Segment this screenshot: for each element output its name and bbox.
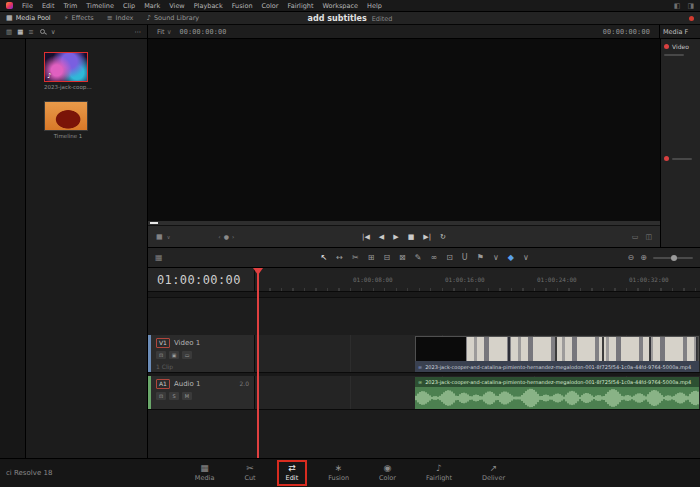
audio-track-name[interactable]: Audio 1 <box>174 380 201 388</box>
go-to-start-button[interactable]: |◀ <box>362 233 370 241</box>
menu-item[interactable]: Workspace <box>323 2 359 10</box>
timeline-audio-clip[interactable]: ∞ 2023-jack-cooper-and-catalina-pimiento… <box>415 377 699 409</box>
sort-dropdown-caret[interactable]: ∨ <box>51 28 56 36</box>
menu-item[interactable]: Timeline <box>86 2 114 10</box>
layout-right-icon[interactable]: ◨ <box>687 2 694 10</box>
media-clip-card[interactable]: ♪ 2023-jack-cooper-... <box>44 52 94 90</box>
zoom-fit-dropdown[interactable]: Fit ∨ <box>157 28 171 36</box>
video-track-name[interactable]: Video 1 <box>174 339 200 347</box>
menu-item[interactable]: View <box>169 2 184 10</box>
status-indicator-icon[interactable] <box>689 16 694 21</box>
video-track-destination-badge[interactable]: V1 <box>156 338 170 348</box>
effects-button[interactable]: ⚡ Effects <box>64 14 94 22</box>
auto-select-icon[interactable]: ▣ <box>169 351 179 359</box>
jog-back-button[interactable]: ‹ <box>218 233 220 240</box>
selection-mode-tool[interactable]: ↖ <box>321 253 328 262</box>
media-clip-thumbnail[interactable]: ♪ <box>44 52 88 82</box>
panel-toggle-bar: ▦ Media Pool ⚡ Effects ≡ Index ♪ Sound L… <box>0 12 700 25</box>
curve-editor-button[interactable]: ✎ <box>415 253 422 262</box>
lock-icon[interactable]: ⊡ <box>156 351 166 359</box>
timeline-thumbnail[interactable] <box>44 101 88 131</box>
page-color-button[interactable]: ◉Color <box>372 462 403 484</box>
panel-slider[interactable] <box>672 158 692 160</box>
video-track-lane[interactable]: ∞ 2023-jack-cooper-and-catalina-pimiento… <box>255 335 700 373</box>
menu-item[interactable]: Trim <box>63 2 77 10</box>
timeline-timecode[interactable]: 01:00:00:00 <box>148 268 255 292</box>
menu-item[interactable]: Edit <box>42 2 55 10</box>
linked-selection-button[interactable]: ∞ <box>430 253 437 262</box>
flag-button[interactable]: ⚑ <box>477 253 484 262</box>
timeline-video-clip[interactable]: ∞ 2023-jack-cooper-and-catalina-pimiento… <box>415 336 699 372</box>
page-fairlight-button[interactable]: ♪Fairlight <box>419 462 459 484</box>
snapping-button[interactable]: U <box>462 253 468 262</box>
zoom-in-button[interactable]: ⊕ <box>640 253 647 262</box>
record-enable-icon[interactable] <box>664 156 669 161</box>
replace-clip-button[interactable]: ⊠ <box>399 253 406 262</box>
page-label: Cut <box>244 474 255 482</box>
timeline-select-icon[interactable]: ▦ <box>155 253 163 262</box>
menu-item[interactable]: Fairlight <box>288 2 314 10</box>
sound-library-button[interactable]: ♪ Sound Library <box>146 14 199 22</box>
marker-button[interactable]: ◆ <box>508 253 514 262</box>
layout-left-icon[interactable]: ◧ <box>674 2 681 10</box>
menu-item[interactable]: Playback <box>194 2 223 10</box>
timeline-ruler[interactable]: 01:00:08:0001:00:16:0001:00:24:0001:00:3… <box>255 268 700 292</box>
cinema-viewer-icon[interactable]: ▭ <box>632 233 639 241</box>
zoom-out-button[interactable]: ⊖ <box>628 253 635 262</box>
lock-icon[interactable]: ⊡ <box>156 392 166 400</box>
menu-item[interactable]: File <box>22 2 33 10</box>
viewer-option-icons: ▭◫ <box>632 233 652 241</box>
razor-tool[interactable]: ✂ <box>352 253 359 262</box>
video-track-header[interactable]: V1 Video 1 ⊡▣▭ 1 Clip <box>148 335 255 373</box>
insert-clip-button[interactable]: ⊞ <box>368 253 375 262</box>
source-timeline-dropdown[interactable]: ▦ ∨ <box>156 233 170 241</box>
menu-item[interactable]: Fusion <box>232 2 253 10</box>
playhead[interactable] <box>257 268 259 458</box>
jog-forward-button[interactable]: › <box>232 233 234 240</box>
menu-item[interactable]: Mark <box>144 2 160 10</box>
audio-track-destination-badge[interactable]: A1 <box>156 379 170 389</box>
search-icon[interactable] <box>40 29 45 34</box>
media-pool-button[interactable]: ▦ Media Pool <box>6 14 51 22</box>
page-label: Fusion <box>328 474 349 482</box>
stop-button[interactable]: ■ <box>408 233 415 241</box>
import-media-icon[interactable]: ▥ <box>6 28 12 36</box>
mute-button[interactable]: M <box>182 392 192 400</box>
expand-viewer-icon[interactable]: ◫ <box>645 233 652 241</box>
scrub-playhead[interactable] <box>150 222 158 224</box>
overwrite-clip-button[interactable]: ⊟ <box>383 253 390 262</box>
more-options-button[interactable]: ⋯ <box>135 28 142 36</box>
record-enable-icon[interactable] <box>664 44 669 49</box>
solo-button[interactable]: S <box>169 392 179 400</box>
index-button[interactable]: ≡ Index <box>107 14 134 22</box>
step-forward-button[interactable]: ▶| <box>423 233 431 241</box>
play-button[interactable]: ▶ <box>393 233 398 241</box>
loop-button[interactable]: ↻ <box>440 233 446 241</box>
track-enable-icon[interactable]: ▭ <box>182 351 192 359</box>
menu-item[interactable]: Clip <box>123 2 135 10</box>
page-deliver-button[interactable]: ↗Deliver <box>475 462 512 484</box>
zoom-slider[interactable] <box>653 257 693 259</box>
menu-item[interactable]: Help <box>367 2 382 10</box>
page-cut-button[interactable]: ✂Cut <box>237 462 262 484</box>
viewer-timecode[interactable]: 00:00:00:00 <box>179 28 226 36</box>
menu-item[interactable]: Color <box>262 2 279 10</box>
flag-dropdown[interactable]: ∨ <box>493 253 499 262</box>
viewer-duration-timecode[interactable]: 00:00:00:00 <box>603 28 650 36</box>
page-edit-button[interactable]: ⇄Edit <box>279 462 306 484</box>
audio-track-lane[interactable]: ∞ 2023-jack-cooper-and-catalina-pimiento… <box>255 376 700 410</box>
audio-track-header[interactable]: A1 Audio 1 2.0 ⊡SM <box>148 376 255 410</box>
page-media-button[interactable]: ▦Media <box>188 462 222 484</box>
list-view-button[interactable]: ≡ <box>28 28 33 36</box>
trim-edit-mode-tool[interactable]: ↔ <box>336 253 343 262</box>
thumbnail-view-button[interactable]: ▦ <box>17 28 23 36</box>
step-back-button[interactable]: ◀ <box>379 233 384 241</box>
jog-dot[interactable]: ● <box>224 233 229 240</box>
timeline-clip-card[interactable]: Timeline 1 <box>44 101 94 139</box>
app-logo-icon[interactable] <box>6 2 13 9</box>
panel-slider[interactable] <box>664 54 684 56</box>
bin-list-strip[interactable] <box>0 39 26 458</box>
marker-dropdown[interactable]: ∨ <box>523 253 529 262</box>
page-fusion-button[interactable]: ∗Fusion <box>321 462 356 484</box>
position-lock-button[interactable]: ⊡ <box>446 253 453 262</box>
